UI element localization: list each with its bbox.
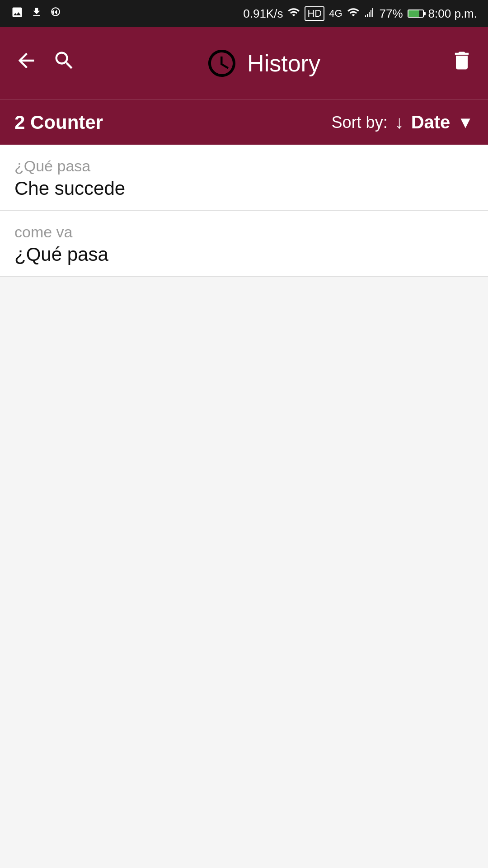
history-item-source: ¿Qué pasa (14, 157, 474, 175)
history-item-translated: Che succede (14, 178, 474, 199)
status-bar: 0.91K/s HD 4G 77% 8:00 p.m. (0, 0, 488, 27)
history-item[interactable]: ¿Qué pasa Che succede (0, 145, 488, 211)
download-icon (31, 6, 42, 21)
history-item[interactable]: come va ¿Qué pasa (0, 211, 488, 277)
image-icon (11, 6, 23, 22)
empty-content-area (0, 277, 488, 864)
time-display: 8:00 p.m. (428, 7, 477, 21)
battery-icon (408, 9, 424, 18)
sort-field-label: Date (411, 112, 450, 132)
battery-percent: 77% (380, 7, 403, 21)
status-right-info: 0.91K/s HD 4G 77% 8:00 p.m. (243, 6, 477, 22)
history-item-translated: ¿Qué pasa (14, 244, 474, 265)
signal-bars-icon (347, 6, 360, 22)
delete-button[interactable] (450, 49, 474, 78)
hd-badge: HD (305, 6, 324, 21)
back-button[interactable] (14, 49, 38, 78)
search-button[interactable] (52, 49, 76, 78)
sort-dropdown-icon[interactable]: ▼ (457, 113, 474, 132)
clock-icon (206, 47, 238, 80)
history-list: ¿Qué pasa Che succede come va ¿Qué pasa (0, 145, 488, 277)
app-bar-center: History (76, 47, 450, 80)
app-bar: History (0, 27, 488, 99)
signal-bars2-icon (364, 7, 375, 21)
status-left-icons (11, 6, 61, 22)
sort-direction-icon: ↓ (395, 112, 404, 132)
wifi-icon (287, 6, 300, 22)
4g-icon: 4G (329, 8, 342, 19)
history-item-source: come va (14, 223, 474, 241)
sub-bar: 2 Counter Sort by: ↓ Date ▼ (0, 99, 488, 145)
sort-section[interactable]: Sort by: ↓ Date ▼ (332, 112, 474, 132)
app-bar-left (14, 49, 76, 78)
usb-icon (50, 6, 61, 21)
page-title: History (247, 50, 320, 77)
counter-label: 2 Counter (14, 112, 103, 133)
sort-by-label: Sort by: (332, 113, 388, 132)
network-speed: 0.91K/s (243, 7, 283, 21)
